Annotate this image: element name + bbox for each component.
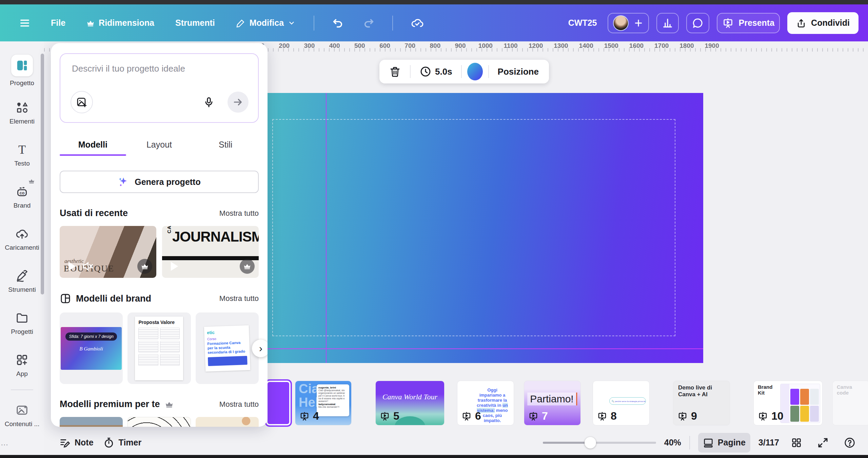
brand-row-next-button[interactable]: ›	[252, 340, 268, 357]
sidebar-item-contenuti[interactable]: Contenuti ...	[3, 394, 41, 436]
presentation-icon	[461, 411, 472, 421]
premium-section-header: Modelli premium per te Mostra tutto	[60, 399, 259, 409]
page-duration-button[interactable]: 5.0s	[416, 63, 456, 80]
insights-button[interactable]	[656, 13, 679, 33]
ruler-tick-label: 1700	[654, 42, 669, 50]
page-number-badge: 7	[528, 410, 548, 422]
panel-scrollbar[interactable]	[41, 54, 44, 294]
brand-template-sfida[interactable]: Sfida: 7 giorni x 7 design B Gambioli	[60, 312, 123, 384]
timer-button[interactable]: Timer	[98, 434, 146, 452]
premium-template-thumb[interactable]	[196, 417, 259, 427]
pages-view-button[interactable]: Pagine	[698, 433, 750, 453]
page-number-badge: 9	[677, 410, 697, 422]
fullscreen-button[interactable]	[814, 434, 832, 452]
position-button[interactable]: Posizione	[494, 64, 542, 80]
menu-resize[interactable]: Ridimensiona	[81, 13, 160, 33]
undo-button[interactable]	[327, 13, 348, 33]
notes-icon	[59, 437, 71, 449]
image-add-icon	[76, 96, 87, 108]
zoom-value: 40%	[664, 438, 681, 447]
page-text: Canvacode	[833, 381, 868, 396]
system-top-strip	[0, 0, 868, 4]
crown-icon	[243, 262, 251, 270]
background-color-chip[interactable]	[467, 63, 483, 80]
sidebar-item-testo[interactable]: TTesto	[3, 134, 41, 176]
sidebar-item-brand[interactable]: coBrand	[3, 176, 41, 218]
menu-edit[interactable]: Modifica	[231, 13, 301, 33]
tab-layout[interactable]: Layout	[126, 135, 193, 156]
page-thumbnail-7[interactable]: Partiamo!7	[524, 381, 581, 425]
sidebar-item-strumenti[interactable]: Strumenti	[3, 260, 41, 302]
add-image-button[interactable]	[71, 91, 93, 113]
fullscreen-icon	[817, 437, 829, 449]
page-indicator: 3/117	[758, 438, 779, 447]
design-prompt-box[interactable]: Descrivi il tuo progetto ideale	[60, 53, 259, 123]
add-member-button[interactable]	[633, 18, 644, 28]
sidebar-item-app[interactable]: App	[3, 344, 41, 386]
menu-tools[interactable]: Strumenti	[170, 13, 220, 33]
pen-icon	[236, 18, 245, 28]
present-button[interactable]: Presenta	[717, 13, 780, 33]
vertical-guide-line[interactable]	[326, 93, 327, 363]
design-canvas-page[interactable]	[266, 93, 703, 363]
sidebar-item-caricamenti[interactable]: Caricamenti	[3, 218, 41, 260]
grid-view-button[interactable]	[787, 434, 806, 452]
tab-stili[interactable]: Stili	[192, 135, 259, 156]
page-thumbnail-9[interactable]: Demo live diCanva + AI9	[673, 381, 730, 425]
share-button[interactable]: Condividi	[787, 12, 859, 34]
toolbar-divider	[488, 65, 489, 78]
horizontal-guide-line[interactable]	[266, 348, 703, 349]
page-thumbnail-10[interactable]: BrandKit10	[753, 381, 823, 425]
premium-template-thumb[interactable]	[127, 417, 191, 427]
ruler-tick-label: 400	[329, 42, 340, 50]
page-thumbnail-8[interactable]: 🔍 perché serve la strategia prima dei de…	[593, 381, 650, 425]
notes-button[interactable]: Note	[54, 434, 98, 452]
page-thumbnail-5[interactable]: Canva World Tour5	[375, 381, 445, 425]
prompt-submit-button[interactable]	[228, 92, 249, 113]
page-thumbnail-6[interactable]: Oggi impariamo a trasformare la creativi…	[457, 381, 514, 425]
hamburger-icon	[19, 17, 31, 29]
page-number-badge: 5	[380, 410, 399, 422]
zoom-slider[interactable]	[543, 442, 656, 444]
hamburger-menu-button[interactable]	[14, 13, 35, 33]
premium-template-thumb[interactable]	[60, 417, 123, 427]
recent-template-boutique[interactable]: aesthetic BOUTIQUE	[60, 226, 156, 278]
comments-button[interactable]	[686, 13, 709, 33]
brand-templates-header: Modelli del brand Mostra tutto	[60, 293, 259, 304]
share-icon	[796, 18, 806, 28]
help-button[interactable]	[840, 433, 859, 452]
sparkle-icon	[118, 176, 129, 188]
mic-button[interactable]	[199, 92, 219, 112]
zoom-slider-thumb[interactable]	[585, 437, 596, 449]
sidebar-item-elementi[interactable]: Elementi	[3, 92, 41, 134]
bottombar-divider	[689, 436, 690, 450]
page-thumbnail-faded[interactable]: Canvacode	[832, 381, 868, 425]
notes-label: Note	[75, 438, 94, 447]
cloud-saved-button[interactable]	[406, 12, 429, 34]
generate-design-button[interactable]: Genera progetto	[60, 171, 259, 193]
sidebar-item-progetti[interactable]: Progetti	[3, 302, 41, 344]
brand-template-corso[interactable]: etic Corso Formazione Canva per la scuol…	[196, 312, 259, 384]
redo-button[interactable]	[358, 13, 379, 33]
menu-file[interactable]: File	[45, 13, 71, 33]
tab-modelli[interactable]: Modelli	[60, 135, 126, 156]
document-title[interactable]: CWT25	[568, 18, 597, 28]
brand-template-proposta[interactable]: Proposta Valore	[127, 312, 191, 384]
recent-template-journalism[interactable]: CAMPUS JOURNALISM	[162, 226, 259, 278]
ruler-tick-label: 1900	[705, 42, 719, 50]
avatar[interactable]	[613, 15, 629, 31]
brand-show-all[interactable]: Mostra tutto	[219, 294, 259, 303]
page-thumbnail-selected[interactable]	[266, 381, 291, 425]
page-number-badge: 8	[597, 410, 617, 422]
premium-show-all[interactable]: Mostra tutto	[219, 400, 259, 409]
page-thumbnail-4[interactable]: CiaoHelloeugenia_briniCiao @ladycanvakat…	[295, 381, 352, 425]
sidebar-item-progetto[interactable]: Progetto	[3, 50, 41, 92]
trash-icon	[389, 65, 401, 78]
bottom-statusbar: Note Timer 40% Pagine 3/117	[44, 430, 868, 455]
recent-show-all[interactable]: Mostra tutto	[219, 209, 259, 218]
recent-title: Usati di recente	[60, 208, 128, 218]
resize-handle-dots[interactable]: ⋯	[1, 440, 9, 449]
toolbar-divider	[461, 65, 462, 78]
crown-icon	[28, 178, 35, 185]
delete-page-button[interactable]	[386, 63, 405, 80]
